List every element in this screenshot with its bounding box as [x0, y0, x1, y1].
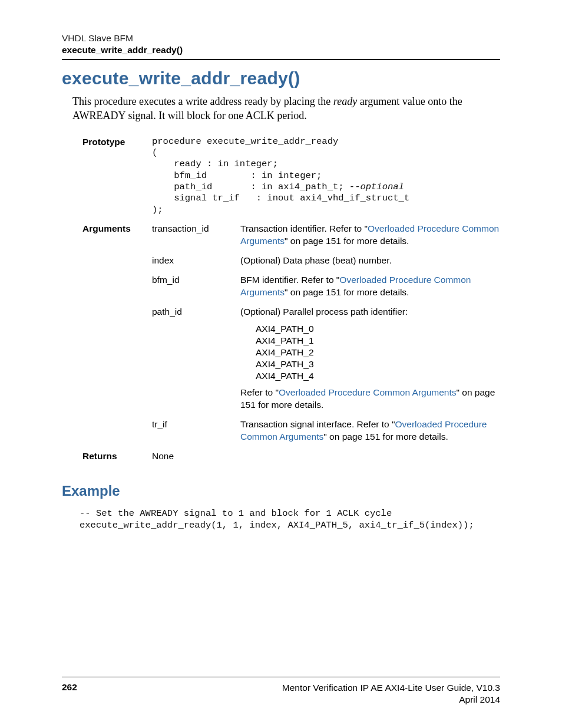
path-item-3: AXI4_PATH_3 [256, 358, 500, 370]
argname-index: index [152, 255, 240, 274]
example-code: -- Set the AWREADY signal to 1 and block… [80, 508, 500, 531]
link-overloaded-3[interactable]: Overloaded Procedure Common Arguments [279, 387, 457, 397]
bfm-post: " on page 151 for more details. [285, 287, 409, 297]
intro-pre: This procedure executes a write address … [72, 95, 333, 107]
path-item-2: AXI4_PATH_2 [256, 347, 500, 358]
footer-rule [62, 677, 500, 677]
argname-tr-if: tr_if [152, 419, 240, 450]
footer-date: April 2014 [282, 694, 500, 706]
row-arg-transaction-id: Arguments transaction_id Transaction ide… [82, 223, 500, 255]
row-prototype: Prototype procedure execute_write_addr_r… [82, 136, 500, 223]
argname-transaction-id: transaction_id [152, 223, 240, 255]
trif-pre: Transaction signal interface. Refer to " [240, 419, 395, 429]
label-prototype: Prototype [82, 136, 152, 223]
trif-post: " on page 151 for more details. [323, 431, 448, 442]
bfm-pre: BFM identifier. Refer to " [240, 275, 339, 285]
argdesc-tr-if: Transaction signal interface. Refer to "… [240, 419, 500, 450]
intro-italic: ready [333, 95, 357, 107]
row-arg-tr-if: tr_if Transaction signal interface. Refe… [82, 419, 500, 450]
footer-row: 262 Mentor Verification IP AE AXI4-Lite … [62, 682, 500, 706]
path-item-4: AXI4_PATH_4 [256, 370, 500, 382]
prototype-code: procedure execute_write_addr_ready ( rea… [152, 136, 500, 216]
returns-value: None [152, 450, 240, 470]
proto-code-1: procedure execute_write_addr_ready ( rea… [152, 136, 349, 193]
running-header-function: execute_write_addr_ready() [62, 45, 500, 55]
argdesc-path-id: (Optional) Parallel process path identif… [240, 306, 500, 419]
definition-table: Prototype procedure execute_write_addr_r… [82, 136, 500, 470]
page: VHDL Slave BFM execute_write_addr_ready(… [0, 0, 562, 728]
path-intro: (Optional) Parallel process path identif… [240, 306, 500, 318]
row-arg-path-id: path_id (Optional) Parallel process path… [82, 306, 500, 419]
header-rule [62, 59, 500, 60]
argname-bfm-id: bfm_id [152, 274, 240, 306]
path-after: Refer to "Overloaded Procedure Common Ar… [240, 387, 500, 411]
path-item-1: AXI4_PATH_1 [256, 335, 500, 347]
row-returns: Returns None [82, 450, 500, 470]
path-after-pre: Refer to " [240, 387, 279, 397]
path-item-0: AXI4_PATH_0 [256, 323, 500, 335]
footer-doc-info: Mentor Verification IP AE AXI4-Lite User… [282, 682, 500, 706]
intro-paragraph: This procedure executes a write address … [72, 94, 500, 123]
footer-doc-title: Mentor Verification IP AE AXI4-Lite User… [282, 682, 500, 694]
example-heading: Example [62, 483, 500, 499]
argname-path-id: path_id [152, 306, 240, 419]
label-returns: Returns [82, 450, 152, 470]
row-arg-index: index (Optional) Data phase (beat) numbe… [82, 255, 500, 274]
path-id-list: AXI4_PATH_0 AXI4_PATH_1 AXI4_PATH_2 AXI4… [256, 323, 500, 383]
proto-code-ital: --optional [349, 182, 404, 192]
label-arguments: Arguments [82, 223, 152, 255]
running-header-chapter: VHDL Slave BFM [62, 33, 500, 44]
txid-pre: Transaction identifier. Refer to " [240, 223, 368, 233]
page-footer: 262 Mentor Verification IP AE AXI4-Lite … [62, 677, 500, 706]
argdesc-index: (Optional) Data phase (beat) number. [240, 255, 500, 274]
page-title: execute_write_addr_ready() [62, 68, 500, 88]
argdesc-transaction-id: Transaction identifier. Refer to "Overlo… [240, 223, 500, 255]
prototype-cell: procedure execute_write_addr_ready ( rea… [152, 136, 500, 223]
proto-code-2: signal tr_if : inout axi4_vhd_if_struct_… [152, 193, 409, 215]
footer-page-number: 262 [62, 682, 77, 706]
argdesc-bfm-id: BFM identifier. Refer to "Overloaded Pro… [240, 274, 500, 306]
row-arg-bfm-id: bfm_id BFM identifier. Refer to "Overloa… [82, 274, 500, 306]
txid-post: " on page 151 for more details. [285, 236, 409, 246]
